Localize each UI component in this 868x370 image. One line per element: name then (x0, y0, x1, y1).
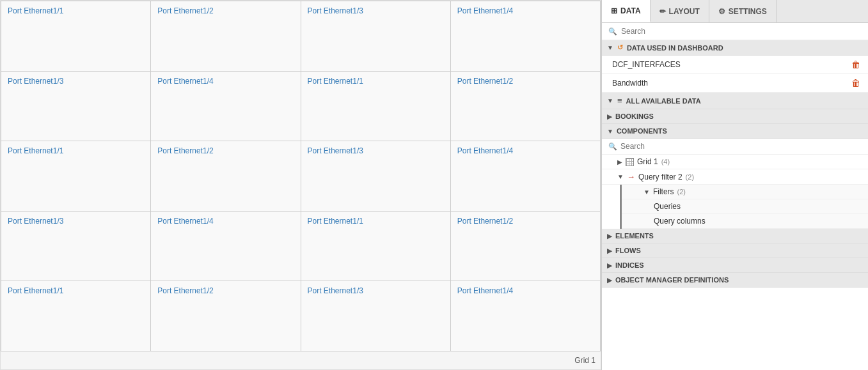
grid-cell[interactable]: Port Ethernet1/2 (151, 141, 301, 212)
grid1-count: (4) (661, 158, 670, 166)
port-label: Port Ethernet1/4 (157, 77, 213, 86)
grid-cell[interactable]: Port Ethernet1/1 (1, 281, 151, 351)
panel-content: ▼ ↺ DATA USED IN DASHBOARD DCF_INTERFACE… (602, 40, 868, 370)
filter-content: ▼ Filters (2) Queries Query columns (622, 185, 868, 229)
queries-tree-item[interactable]: Queries (622, 199, 868, 214)
tab-data-label: DATA (620, 6, 641, 15)
filters-label: Filters (653, 187, 674, 196)
grid-cell[interactable]: Port Ethernet1/1 (1, 1, 151, 72)
data-item-bandwidth: Bandwidth 🗑 (602, 74, 868, 93)
all-available-arrow: ▼ (607, 97, 613, 104)
grid-cell[interactable]: Port Ethernet1/2 (151, 1, 301, 72)
components-search-box: 🔍 (602, 139, 868, 155)
grid-cell[interactable]: Port Ethernet1/4 (151, 212, 301, 282)
indices-header[interactable]: ▶ INDICES (602, 258, 868, 273)
grid-cell[interactable]: Port Ethernet1/1 (301, 212, 451, 282)
grid-cell[interactable]: Port Ethernet1/3 (1, 212, 151, 282)
elements-header[interactable]: ▶ ELEMENTS (602, 229, 868, 243)
port-label: Port Ethernet1/2 (457, 217, 513, 226)
components-search-input[interactable] (620, 142, 862, 151)
grid-cell[interactable]: Port Ethernet1/2 (151, 281, 301, 351)
components-header[interactable]: ▼ COMPONENTS (602, 124, 868, 138)
object-manager-header[interactable]: ▶ OBJECT MANAGER DEFINITIONS (602, 273, 868, 288)
port-label: Port Ethernet1/3 (308, 286, 363, 295)
port-label: Port Ethernet1/1 (8, 286, 63, 295)
query-filter-tree-item[interactable]: ▼ → Query filter 2 (2) (602, 169, 868, 185)
grid-cell[interactable]: Port Ethernet1/3 (301, 141, 451, 212)
data-used-icon: ↺ (617, 43, 623, 52)
filters-count: (2) (677, 188, 686, 196)
port-label: Port Ethernet1/1 (308, 217, 363, 226)
grid-cell[interactable]: Port Ethernet1/3 (301, 1, 451, 72)
bookings-arrow: ▶ (607, 113, 612, 120)
components-section: ▼ COMPONENTS (602, 124, 868, 139)
port-label: Port Ethernet1/4 (457, 6, 513, 15)
grid-cell[interactable]: Port Ethernet1/4 (451, 281, 601, 351)
tab-data[interactable]: ⊞ DATA (602, 0, 651, 22)
data-used-arrow: ▼ (607, 44, 613, 51)
bookings-header[interactable]: ▶ BOOKINGS (602, 109, 868, 124)
settings-tab-icon: ⚙ (718, 7, 725, 16)
grid-cell[interactable]: Port Ethernet1/2 (451, 212, 601, 282)
port-label: Port Ethernet1/3 (8, 217, 63, 226)
query-filter-arrow: ▼ (617, 173, 624, 180)
grid1-arrow: ▶ (617, 158, 622, 166)
queries-label: Queries (654, 202, 681, 211)
object-manager-arrow: ▶ (607, 277, 612, 284)
port-label: Port Ethernet1/1 (8, 6, 63, 15)
layout-tab-icon: ✏ (659, 7, 666, 16)
all-available-icon: ≡ (617, 96, 622, 105)
port-label: Port Ethernet1/4 (157, 217, 213, 226)
grid-cell[interactable]: Port Ethernet1/4 (451, 1, 601, 72)
filters-arrow: ▼ (643, 189, 650, 196)
bandwidth-label: Bandwidth (612, 79, 648, 88)
bandwidth-delete-icon[interactable]: 🗑 (851, 78, 860, 88)
query-filter-label: Query filter 2 (638, 173, 683, 181)
bookings-label: BOOKINGS (615, 112, 654, 120)
all-available-header[interactable]: ▼ ≡ ALL AVAILABLE DATA (602, 93, 868, 109)
grid-container: Port Ethernet1/1Port Ethernet1/2Port Eth… (1, 1, 601, 351)
flows-header[interactable]: ▶ FLOWS (602, 243, 868, 258)
grid1-icon (626, 158, 634, 166)
grid-cell[interactable]: Port Ethernet1/4 (151, 72, 301, 142)
port-label: Port Ethernet1/3 (308, 146, 363, 155)
components-label: COMPONENTS (617, 127, 667, 135)
grid-cell[interactable]: Port Ethernet1/3 (301, 281, 451, 351)
query-columns-label: Query columns (654, 217, 706, 226)
grid1-tree-item[interactable]: ▶ Grid 1 (4) (602, 155, 868, 169)
grid-cell[interactable]: Port Ethernet1/1 (1, 141, 151, 212)
tabs-header: ⊞ DATA ✏ LAYOUT ⚙ SETTINGS (602, 0, 868, 23)
grid-cell[interactable]: Port Ethernet1/2 (451, 72, 601, 142)
components-arrow: ▼ (607, 128, 613, 135)
elements-arrow: ▶ (607, 233, 612, 240)
elements-label: ELEMENTS (615, 232, 654, 240)
tab-layout[interactable]: ✏ LAYOUT (651, 0, 709, 22)
query-columns-tree-item[interactable]: Query columns (622, 214, 868, 229)
port-label: Port Ethernet1/2 (157, 146, 213, 155)
port-label: Port Ethernet1/1 (308, 77, 363, 86)
grid-footer: Grid 1 (574, 351, 596, 369)
tab-layout-label: LAYOUT (669, 7, 700, 16)
port-label: Port Ethernet1/2 (457, 77, 513, 86)
data-item-dcf: DCF_INTERFACES 🗑 (602, 56, 868, 74)
grid-cell[interactable]: Port Ethernet1/4 (451, 141, 601, 212)
grid-cell[interactable]: Port Ethernet1/1 (301, 72, 451, 142)
data-tab-icon: ⊞ (611, 6, 617, 15)
grid-cell[interactable]: Port Ethernet1/3 (1, 72, 151, 142)
query-filter-icon: → (627, 172, 635, 181)
top-search-input[interactable] (621, 27, 862, 36)
tab-settings[interactable]: ⚙ SETTINGS (709, 0, 777, 22)
grid-footer-label: Grid 1 (574, 356, 596, 365)
port-label: Port Ethernet1/4 (457, 146, 513, 155)
dcf-delete-icon[interactable]: 🗑 (851, 59, 860, 70)
data-used-label: DATA USED IN DASHBOARD (627, 44, 723, 52)
port-label: Port Ethernet1/4 (457, 286, 513, 295)
port-label: Port Ethernet1/3 (8, 77, 63, 86)
right-panel: ⊞ DATA ✏ LAYOUT ⚙ SETTINGS 🔍 ▼ ↺ DATA US… (601, 0, 868, 370)
indices-label: INDICES (615, 261, 644, 269)
data-used-header[interactable]: ▼ ↺ DATA USED IN DASHBOARD (602, 40, 868, 56)
port-label: Port Ethernet1/2 (157, 286, 213, 295)
grid1-label: Grid 1 (637, 157, 658, 166)
filters-tree-item[interactable]: ▼ Filters (2) (622, 185, 868, 199)
all-available-label: ALL AVAILABLE DATA (626, 97, 701, 105)
